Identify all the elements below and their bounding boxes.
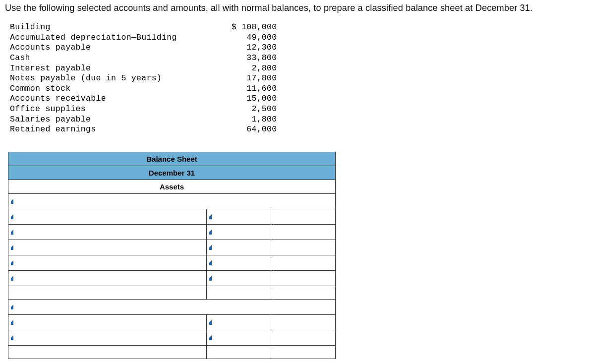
dropdown-arrow-icon xyxy=(11,335,13,340)
blank-cell xyxy=(271,270,336,286)
dropdown-arrow-icon xyxy=(209,276,212,281)
dropdown-arrow-icon xyxy=(11,276,13,281)
input-val1[interactable] xyxy=(207,240,271,255)
dropdown-arrow-icon xyxy=(209,245,212,250)
blank-cell xyxy=(271,286,336,299)
input-val1[interactable] xyxy=(207,209,271,224)
input-val1[interactable] xyxy=(207,255,271,270)
input-desc[interactable] xyxy=(8,224,207,240)
account-labels: Building Accumulated depreciation—Buildi… xyxy=(10,22,177,135)
dropdown-arrow-icon xyxy=(209,320,212,325)
blank-cell xyxy=(271,330,336,345)
input-desc[interactable] xyxy=(8,314,207,330)
blank-cell xyxy=(8,286,207,299)
input-desc[interactable] xyxy=(8,240,207,255)
balance-sheet-title: Balance Sheet xyxy=(8,152,336,166)
input-val1[interactable] xyxy=(207,270,271,286)
blank-cell xyxy=(207,286,271,299)
dropdown-arrow-icon xyxy=(11,304,13,309)
dropdown-arrow-icon xyxy=(11,199,13,204)
dropdown-arrow-icon xyxy=(209,230,212,235)
blank-cell xyxy=(271,255,336,270)
blank-cell xyxy=(271,240,336,255)
account-values: $ 108,000 49,000 12,300 33,800 2,800 17,… xyxy=(232,22,277,135)
input-desc[interactable] xyxy=(8,330,207,345)
dropdown-arrow-icon xyxy=(11,214,13,219)
dropdown-arrow-icon xyxy=(11,320,13,325)
dropdown-arrow-icon xyxy=(209,260,212,265)
balance-sheet-section-assets: Assets xyxy=(8,180,336,193)
input-val1[interactable] xyxy=(207,330,271,345)
dropdown-arrow-icon xyxy=(209,335,212,340)
dropdown-arrow-icon xyxy=(11,260,13,265)
balance-sheet-table: Balance Sheet December 31 Assets xyxy=(8,152,336,359)
input-val1[interactable] xyxy=(207,314,271,330)
input-desc[interactable] xyxy=(8,255,207,270)
blank-cell xyxy=(271,209,336,224)
balance-sheet-date: December 31 xyxy=(8,166,336,180)
dropdown-arrow-icon xyxy=(11,245,13,250)
blank-cell xyxy=(271,345,336,359)
input-row-full[interactable] xyxy=(8,299,336,314)
blank-cell xyxy=(271,314,336,330)
input-desc[interactable] xyxy=(8,209,207,224)
input-desc[interactable] xyxy=(8,270,207,286)
dropdown-arrow-icon xyxy=(209,214,212,219)
blank-cell xyxy=(271,224,336,240)
input-val1[interactable] xyxy=(207,224,271,240)
instruction-text: Use the following selected accounts and … xyxy=(5,3,590,13)
dropdown-arrow-icon xyxy=(11,230,13,235)
accounts-list: Building Accumulated depreciation—Buildi… xyxy=(10,22,590,135)
input-row-full[interactable] xyxy=(8,193,336,209)
blank-cell xyxy=(8,345,207,359)
blank-cell xyxy=(207,345,271,359)
